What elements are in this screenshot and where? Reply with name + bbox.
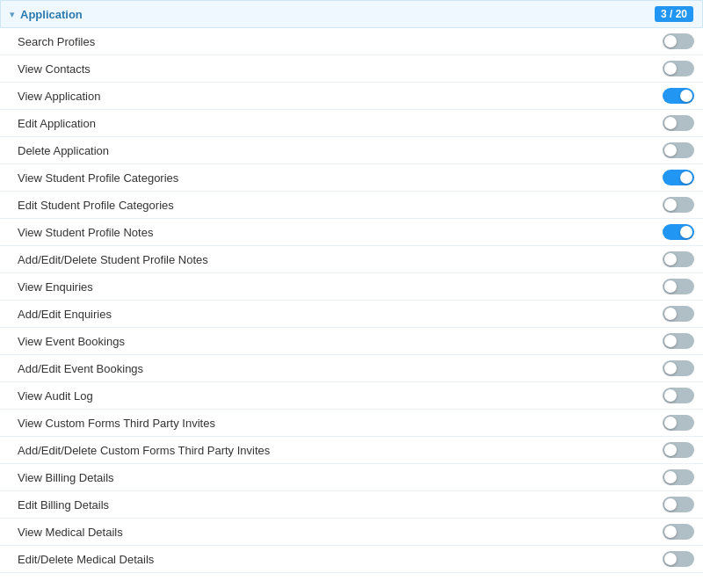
permission-label: Search Profiles (18, 35, 95, 48)
permission-toggle[interactable] (663, 170, 694, 185)
table-row: View Custom Forms Third Party Invites (0, 410, 703, 437)
permission-toggle[interactable] (663, 497, 694, 512)
permission-label: Add/Edit Enquiries (18, 308, 112, 321)
permission-toggle[interactable] (663, 306, 694, 322)
permission-toggle[interactable] (663, 442, 694, 458)
permission-toggle[interactable] (663, 415, 694, 431)
permission-toggle[interactable] (663, 224, 694, 240)
table-row: Add/Edit Event Bookings (0, 355, 703, 382)
table-row: View Billing Details (0, 464, 703, 491)
permission-toggle[interactable] (663, 61, 694, 76)
permission-label: View Student Profile Notes (18, 226, 153, 239)
permission-label: View Student Profile Categories (18, 171, 178, 185)
table-row: View Application (0, 83, 703, 110)
permission-label: Add/Edit/Delete Custom Forms Third Party… (18, 444, 270, 457)
permission-toggle[interactable] (663, 88, 694, 104)
table-row: Add/Edit Enquiries (0, 301, 703, 328)
table-row: View Student Profile Notes (0, 219, 703, 246)
permission-toggle[interactable] (663, 469, 694, 485)
permission-toggle[interactable] (663, 279, 694, 294)
permission-toggle[interactable] (663, 360, 694, 376)
permission-label: Add/Edit/Delete Student Profile Notes (18, 253, 208, 266)
table-row: Add/Edit/Delete Custom Forms Third Party… (0, 437, 703, 464)
permission-label: View Enquiries (18, 280, 93, 294)
permission-label: View Audit Log (18, 389, 93, 403)
table-row: View Event Bookings (0, 328, 703, 355)
permission-label: View Medical Details (18, 526, 123, 539)
permission-label: Edit Billing Details (18, 498, 109, 512)
permission-label: Edit/Delete Medical Details (18, 553, 154, 566)
table-row: View Student Profile Categories (0, 164, 703, 192)
table-row: Edit Student Profile Categories (0, 192, 703, 219)
table-row: Delete Application (0, 137, 703, 164)
permission-toggle[interactable] (663, 251, 694, 267)
section-title: Application (20, 8, 83, 21)
permission-toggle[interactable] (663, 115, 694, 131)
permission-label: View Application (18, 90, 100, 103)
permission-toggle[interactable] (663, 388, 694, 403)
permission-toggle[interactable] (663, 524, 694, 540)
table-row: View Contacts (0, 55, 703, 83)
section-badge: 3 / 20 (655, 6, 693, 22)
permission-label: View Custom Forms Third Party Invites (18, 417, 215, 430)
section-header: ▾ Application 3 / 20 (0, 0, 703, 28)
permission-label: View Billing Details (18, 471, 114, 484)
permission-label: Delete Application (18, 144, 109, 157)
chevron-down-icon[interactable]: ▾ (10, 9, 15, 20)
permission-label: Edit Student Profile Categories (18, 199, 174, 212)
permission-label: Edit Application (18, 117, 96, 130)
permission-toggle[interactable] (663, 551, 694, 567)
table-row: View Audit Log (0, 382, 703, 410)
table-row: View Enquiries (0, 273, 703, 301)
table-row: Add/Edit/Delete Student Profile Notes (0, 246, 703, 273)
permission-label: View Event Bookings (18, 335, 125, 348)
table-row: View Medical Details (0, 519, 703, 546)
permission-toggle[interactable] (663, 197, 694, 213)
table-row: Edit/Delete Medical Details (0, 546, 703, 573)
permission-toggle[interactable] (663, 142, 694, 158)
section-header-left: ▾ Application (10, 8, 83, 21)
permissions-list: Search ProfilesView ContactsView Applica… (0, 28, 703, 573)
permission-label: View Contacts (18, 62, 91, 76)
table-row: Edit Application (0, 110, 703, 137)
section-container: ▾ Application 3 / 20 Search ProfilesView… (0, 0, 703, 573)
permission-toggle[interactable] (663, 33, 694, 49)
table-row: Edit Billing Details (0, 491, 703, 519)
permission-toggle[interactable] (663, 333, 694, 349)
permission-label: Add/Edit Event Bookings (18, 362, 143, 375)
table-row: Search Profiles (0, 28, 703, 55)
